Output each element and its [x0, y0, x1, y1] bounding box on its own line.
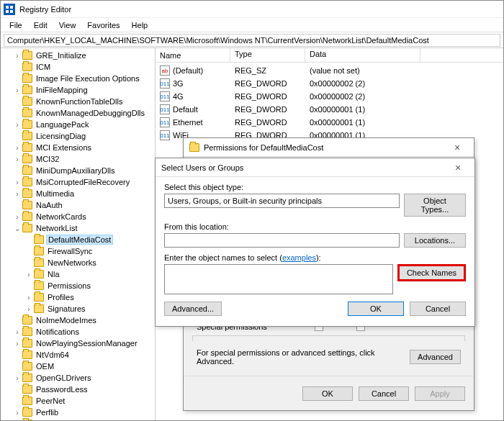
tree-item[interactable]: KnownFunctionTableDlls [1, 96, 155, 107]
menu-edit[interactable]: Edit [30, 19, 52, 31]
tree-item[interactable]: ›Notifications [1, 326, 155, 338]
tree-label: Image File Execution Options [35, 74, 141, 83]
list-item[interactable]: 011EthernetREG_DWORD0x00000001 (1) [156, 116, 503, 129]
list-item[interactable]: 0113GREG_DWORD0x00000002 (2) [156, 77, 503, 90]
apply-button[interactable]: Apply [415, 386, 465, 401]
menu-file[interactable]: File [5, 19, 27, 31]
chevron-right-icon[interactable]: › [12, 213, 22, 221]
tree-item[interactable]: ›OpenGLDrivers [1, 372, 155, 384]
address-input[interactable] [4, 34, 500, 47]
tree-item[interactable]: FirewallSync [1, 245, 155, 257]
tree-label: NetworkCards [35, 212, 88, 221]
close-icon[interactable]: × [446, 142, 468, 153]
object-names-input[interactable] [164, 264, 393, 294]
tree-item[interactable]: ›LanguagePack [1, 119, 155, 130]
object-types-button[interactable]: Object Types... [404, 194, 466, 217]
tree-item[interactable]: LicensingDiag [1, 130, 155, 142]
svg-rect-3 [10, 10, 13, 13]
tree-item[interactable]: Image File Execution Options [1, 73, 155, 84]
tree-item[interactable]: PasswordLess [1, 384, 155, 395]
chevron-right-icon[interactable]: › [12, 374, 22, 382]
locations-button[interactable]: Locations... [404, 233, 466, 248]
string-value-icon: ab [160, 65, 170, 76]
advanced-button[interactable]: Advanced... [164, 302, 222, 316]
tree-label: NowPlayingSessionManager [35, 339, 139, 348]
chevron-right-icon[interactable]: › [12, 121, 22, 129]
close-icon[interactable]: × [447, 162, 469, 173]
chevron-right-icon[interactable]: › [12, 420, 22, 421]
tree-item[interactable]: ›Nla [1, 268, 155, 280]
folder-icon [22, 51, 32, 60]
tree-item[interactable]: ›IniFileMapping [1, 84, 155, 96]
chevron-right-icon[interactable]: › [12, 155, 22, 163]
chevron-right-icon[interactable]: › [12, 340, 22, 348]
tree-item[interactable]: MiniDumpAuxiliaryDlls [1, 165, 155, 176]
tree-item[interactable]: ›NowPlayingSessionManager [1, 338, 155, 349]
tree-item[interactable]: ›PerHwIdStorage [1, 418, 155, 420]
tree-item[interactable]: OEM [1, 361, 155, 372]
list-item[interactable]: 0114GREG_DWORD0x00000002 (2) [156, 90, 503, 103]
cancel-button[interactable]: Cancel [410, 302, 466, 316]
tree-item[interactable]: ›MCI Extensions [1, 142, 155, 153]
chevron-right-icon[interactable]: › [12, 190, 22, 198]
check-names-button[interactable]: Check Names [397, 264, 466, 281]
advanced-button[interactable]: Advanced [410, 350, 461, 364]
tree-item[interactable]: ›Signatures [1, 303, 155, 314]
tree-item[interactable]: NewNetworks [1, 257, 155, 268]
chevron-right-icon[interactable]: › [12, 328, 22, 336]
folder-icon [189, 143, 199, 152]
menu-favorites[interactable]: Favorites [83, 19, 124, 31]
binary-value-icon: 011 [160, 130, 170, 140]
value-list[interactable]: ab(Default)REG_SZ(value not set)0113GREG… [156, 63, 503, 143]
tree-item[interactable]: ›Multimedia [1, 188, 155, 199]
examples-link[interactable]: examples [282, 253, 316, 262]
tree-item[interactable]: ›NetworkCards [1, 211, 155, 222]
chevron-right-icon[interactable]: › [24, 294, 34, 302]
tree-item[interactable]: PeerNet [1, 395, 155, 407]
chevron-down-icon[interactable]: ⌄ [12, 225, 22, 232]
folder-icon [22, 189, 32, 198]
chevron-right-icon[interactable]: › [12, 86, 22, 94]
tree-item[interactable]: ›MsiCorruptedFileRecovery [1, 176, 155, 188]
value-data: (value not set) [305, 66, 420, 75]
ok-button[interactable]: OK [348, 302, 404, 316]
value-data: 0x00000001 (1) [305, 105, 420, 114]
col-header-type[interactable]: Type [230, 48, 305, 62]
tree-item[interactable]: ⌄NetworkList [1, 222, 155, 234]
chevron-right-icon[interactable]: › [24, 305, 34, 313]
menu-help[interactable]: Help [127, 19, 153, 31]
tree-item[interactable]: Permissions [1, 280, 155, 291]
tree-item[interactable]: ›Profiles [1, 291, 155, 303]
list-item[interactable]: ab(Default)REG_SZ(value not set) [156, 64, 503, 77]
ok-button[interactable]: OK [302, 386, 353, 401]
chevron-right-icon[interactable]: › [24, 271, 34, 279]
col-header-data[interactable]: Data [305, 48, 420, 62]
chevron-right-icon[interactable]: › [12, 144, 22, 152]
tree-view[interactable]: ›GRE_InitializeICMImage File Execution O… [1, 48, 156, 420]
tree-item[interactable]: KnownManagedDebuggingDlls [1, 107, 155, 119]
chevron-right-icon[interactable]: › [12, 409, 22, 417]
tree-label: MCI32 [35, 155, 60, 163]
binary-value-icon: 011 [160, 117, 170, 127]
tree-item[interactable]: ›Perflib [1, 407, 155, 418]
list-item[interactable]: 011DefaultREG_DWORD0x00000001 (1) [156, 103, 503, 116]
tree-item[interactable]: ICM [1, 61, 155, 73]
folder-icon [22, 327, 32, 336]
tree-item[interactable]: NtVdm64 [1, 349, 155, 361]
tree-item[interactable]: NaAuth [1, 199, 155, 211]
col-header-name[interactable]: Name [156, 48, 230, 62]
window-title: Registry Editor [19, 5, 71, 14]
folder-icon [22, 408, 32, 417]
object-type-label: Select this object type: [164, 183, 466, 191]
select-users-title: Select Users or Groups [161, 163, 243, 172]
tree-item[interactable]: DefaultMediaCost [1, 234, 155, 245]
chevron-right-icon[interactable]: › [12, 52, 22, 60]
cancel-button[interactable]: Cancel [359, 386, 409, 401]
menu-view[interactable]: View [55, 19, 81, 31]
chevron-right-icon[interactable]: › [12, 178, 22, 186]
tree-label: PasswordLess [35, 385, 89, 394]
tree-item[interactable]: ›MCI32 [1, 153, 155, 165]
tree-item[interactable]: ›GRE_Initialize [1, 50, 155, 61]
location-label: From this location: [164, 222, 466, 231]
tree-item[interactable]: NoImeModeImes [1, 314, 155, 326]
